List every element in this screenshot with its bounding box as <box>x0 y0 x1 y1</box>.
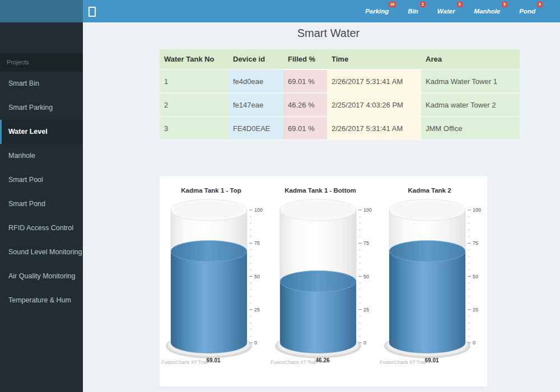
nav-item-manhole[interactable]: Manhole9 <box>473 6 502 17</box>
table-row: 2fe147eae46.26 %2/25/2017 4:03:26 PMKadm… <box>160 93 520 116</box>
gauge-water-fill <box>171 251 247 353</box>
table-cell: 2 <box>160 93 228 116</box>
notification-badge: 10 <box>389 2 396 7</box>
gauge-value: 46.26 <box>315 357 329 363</box>
axis-tick-label: 50 <box>254 274 260 279</box>
table-cell: FE4D0EAE <box>228 116 283 140</box>
table-cell: Kadma water Tower 2 <box>421 93 520 116</box>
axis-tick-label: 25 <box>254 307 260 312</box>
axis-tick-label: 0 <box>473 340 475 346</box>
page-title: Smart Water <box>160 27 497 40</box>
axis-tick-label: 100 <box>254 207 263 213</box>
nav-item-parking[interactable]: Parking10 <box>364 6 390 17</box>
gauge-value: 69.01 <box>424 357 438 363</box>
axis-tick-label: 0 <box>254 340 257 346</box>
axis-tick-label: 25 <box>363 307 369 312</box>
table-cell: 69.01 % <box>283 116 327 140</box>
table-cell: 2/25/2017 4:03:26 PM <box>327 93 421 116</box>
watermark-label: FusionCharts XT Trial <box>270 360 316 365</box>
axis-tick-label: 100 <box>363 207 372 213</box>
sidebar-item-sound-level-monitoring[interactable]: Sound Level Monitoring <box>0 240 83 264</box>
table-header-row: Water Tank NoDevice idFilled %TimeArea <box>160 49 520 69</box>
axis-tick-label: 75 <box>473 240 478 246</box>
sidebar-item-rfid-access-control[interactable]: RFID Access Control <box>0 216 83 240</box>
sidebar-item-smart-bin[interactable]: Smart Bin <box>0 72 83 96</box>
nav-item-label: Water <box>437 8 455 15</box>
sidebar-item-smart-parking[interactable]: Smart Parking <box>0 96 83 120</box>
sidebar-item-manhole[interactable]: Manhole <box>0 144 83 168</box>
nav-item-label: Bin <box>408 8 418 15</box>
gauge-title: Kadma Tank 2 <box>408 187 451 194</box>
gauge-water-surface <box>389 240 465 262</box>
axis-tick-label: 0 <box>363 340 366 346</box>
axis-tick-label: 75 <box>363 240 369 246</box>
axis-tick-label: 50 <box>363 274 369 279</box>
top-navigation: Parking10Bin2Water3Manhole9Pond9 <box>364 0 536 22</box>
notification-badge: 9 <box>502 2 507 7</box>
column-header-water-tank-no: Water Tank No <box>160 49 228 69</box>
notification-badge: 9 <box>537 2 543 7</box>
table-cell: fe4d0eae <box>228 69 283 93</box>
table-cell: 3 <box>160 116 228 140</box>
gauge-water-surface <box>171 240 247 262</box>
gauge-water-fill <box>389 251 465 353</box>
axis-tick-label: 25 <box>473 307 478 312</box>
nav-item-label: Pond <box>519 8 535 15</box>
watermark-label: FusionCharts XT Trial <box>161 360 207 365</box>
sidebar: Projects Smart BinSmart ParkingWater Lev… <box>0 0 83 392</box>
nav-item-pond[interactable]: Pond9 <box>518 6 536 17</box>
axis-tick-label: 75 <box>254 240 260 246</box>
cylinder-gauge: Kadma Tank 1 - Bottom100755025046.26Fusi… <box>269 183 378 374</box>
nav-item-label: Manhole <box>474 8 501 15</box>
tank-charts-panel: Kadma Tank 1 - Top100755025069.01FusionC… <box>160 176 487 386</box>
gauge-title: Kadma Tank 1 - Top <box>181 187 241 194</box>
sidebar-section-header: Projects <box>0 53 83 72</box>
nav-item-bin[interactable]: Bin2 <box>407 6 419 17</box>
gauge-water-surface <box>280 270 356 292</box>
table-row: 3FE4D0EAE69.01 %2/26/2017 5:31:41 AMJMM … <box>160 116 520 140</box>
sidebar-item-smart-pool[interactable]: Smart Pool <box>0 168 83 192</box>
nav-item-water[interactable]: Water3 <box>436 6 456 17</box>
table-cell: 2/26/2017 5:31:41 AM <box>327 69 421 93</box>
top-header: Parking10Bin2Water3Manhole9Pond9 <box>83 0 560 22</box>
sidebar-item-water-level[interactable]: Water Level <box>0 120 83 144</box>
watermark-label: FusionCharts XT Trial <box>380 360 426 365</box>
table-cell: 69.01 % <box>283 69 327 93</box>
table-cell: 46.26 % <box>283 93 327 116</box>
column-header-filled-: Filled % <box>283 49 327 69</box>
cylinder-gauge: Kadma Tank 2100755025069.01FusionCharts … <box>378 183 487 374</box>
table-cell: Kadma Water Tower 1 <box>421 69 520 93</box>
column-header-area: Area <box>421 49 520 69</box>
notification-badge: 2 <box>420 2 426 7</box>
table-cell: fe147eae <box>228 93 283 116</box>
column-header-time: Time <box>327 49 421 69</box>
cylinder-gauge: Kadma Tank 1 - Top100755025069.01FusionC… <box>160 183 269 374</box>
table-cell: JMM Office <box>421 116 520 140</box>
column-header-device-id: Device id <box>228 49 283 69</box>
notification-badge: 3 <box>457 2 463 7</box>
table-cell: 2/26/2017 5:31:41 AM <box>327 116 421 140</box>
sidebar-item-temperature-hum[interactable]: Temperature & Hum <box>0 288 83 312</box>
axis-tick-label: 50 <box>473 274 478 279</box>
sidebar-menu: Smart BinSmart ParkingWater LevelManhole… <box>0 72 83 312</box>
axis-tick-label: 100 <box>473 207 481 213</box>
sidebar-item-air-quality-monitoring[interactable]: Air Quality Monitoring <box>0 264 83 288</box>
nav-item-label: Parking <box>365 8 389 15</box>
sidebar-item-smart-pond[interactable]: Smart Pond <box>0 192 83 216</box>
brand-logo[interactable] <box>0 0 83 22</box>
sidebar-toggle-icon[interactable] <box>88 7 96 17</box>
gauge-title: Kadma Tank 1 - Bottom <box>284 187 356 194</box>
table-cell: 1 <box>160 69 228 93</box>
water-tank-table: Water Tank NoDevice idFilled %TimeArea 1… <box>160 49 520 141</box>
gauge-value: 69.01 <box>206 357 220 363</box>
table-row: 1fe4d0eae69.01 %2/26/2017 5:31:41 AMKadm… <box>160 69 520 93</box>
main-content: Smart Water Water Tank NoDevice idFilled… <box>83 22 560 392</box>
